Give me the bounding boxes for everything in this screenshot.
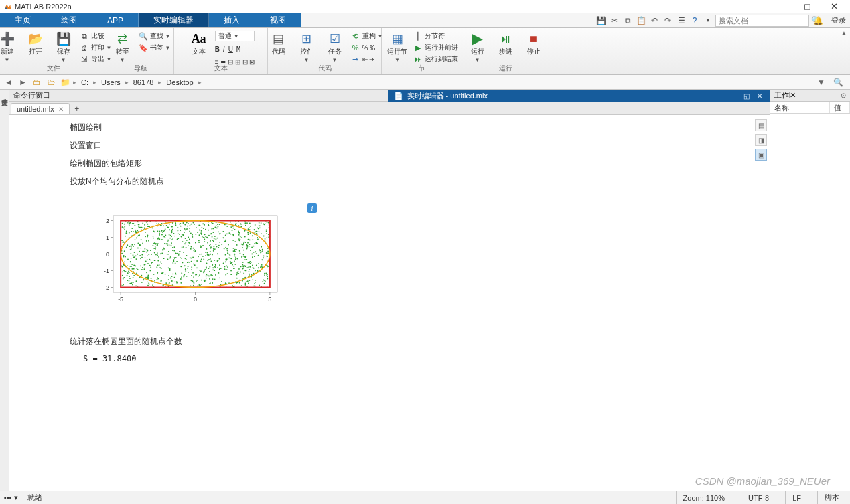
qa-undo-icon[interactable]: ↶: [648, 15, 660, 27]
status-lineending[interactable]: LF: [785, 491, 808, 504]
tab-apps[interactable]: APP: [92, 13, 139, 27]
svg-point-504: [230, 234, 232, 235]
qa-save-icon[interactable]: 💾: [595, 15, 607, 27]
crumb-users[interactable]: Users: [98, 78, 123, 86]
svg-point-538: [239, 282, 240, 284]
svg-point-341: [131, 231, 132, 232]
svg-point-785: [186, 259, 187, 260]
address-dropdown[interactable]: ▼: [815, 76, 827, 88]
open-button[interactable]: 📂打开: [23, 29, 48, 56]
svg-point-867: [226, 260, 227, 261]
tab-insert[interactable]: 插入: [209, 13, 255, 27]
status-encoding[interactable]: UTF-8: [741, 491, 776, 504]
address-search-icon[interactable]: 🔍: [829, 78, 847, 87]
crumb-drive[interactable]: C:: [78, 78, 91, 86]
stop-button[interactable]: ■停止: [522, 29, 546, 56]
bookmark-button[interactable]: 🔖书签 ▼: [139, 42, 171, 53]
goto-button[interactable]: ⇄转至▼: [111, 29, 135, 64]
login-link[interactable]: 登录: [831, 15, 846, 25]
add-tab-button[interactable]: +: [71, 104, 83, 114]
svg-point-694: [210, 254, 211, 255]
editor-restore-icon[interactable]: ◱: [741, 91, 751, 100]
section-break-button[interactable]: ⎮分节符: [413, 31, 458, 41]
tab-home[interactable]: 主页: [0, 13, 46, 27]
svg-point-736: [170, 257, 171, 258]
svg-point-526: [247, 280, 249, 282]
refactor-button[interactable]: ⟲重构 ▼: [351, 31, 383, 41]
qa-paste-icon[interactable]: 📋: [635, 15, 647, 27]
notification-icon[interactable]: 🔔: [813, 16, 823, 25]
svg-point-768: [135, 265, 136, 266]
browse-button[interactable]: 🗁: [45, 76, 57, 88]
file-tab-close-icon[interactable]: ✕: [58, 106, 64, 113]
editor-body[interactable]: ▤ ◨ ▣ 椭圆绘制 设置窗口 绘制椭圆的包络矩形 投放N个均匀分布的随机点 i…: [9, 115, 770, 491]
svg-point-666: [219, 277, 220, 278]
text-button[interactable]: Aa文本: [187, 29, 211, 56]
back-button[interactable]: ◄: [3, 76, 15, 88]
crumb-user[interactable]: 86178: [131, 78, 157, 86]
qa-copy-icon[interactable]: ⧉: [622, 15, 634, 27]
run-advance-button[interactable]: ▶运行并前进: [413, 42, 458, 53]
code-button[interactable]: ▤代码: [267, 29, 291, 56]
svg-point-719: [213, 240, 214, 242]
maximize-button[interactable]: ◻: [794, 0, 821, 13]
control-button[interactable]: ⊞控件▼: [295, 29, 319, 64]
search-docs-input[interactable]: 🔍: [715, 15, 809, 27]
find-button[interactable]: 🔍查找 ▼: [139, 31, 171, 41]
workspace-options-icon[interactable]: ⊙: [841, 92, 846, 99]
run-section-button[interactable]: ▦运行节▼: [385, 29, 409, 64]
save-button[interactable]: 💾保存▼: [52, 29, 76, 64]
crumb-desktop[interactable]: Desktop: [163, 78, 196, 86]
comment-button[interactable]: %% ‰: [351, 42, 383, 53]
minimize-button[interactable]: –: [767, 0, 794, 13]
output-hidden-icon[interactable]: ▣: [755, 149, 767, 161]
run-to-end-button[interactable]: ⏭运行到结束: [413, 54, 458, 64]
close-button[interactable]: ✕: [821, 0, 847, 13]
svg-point-614: [235, 258, 236, 260]
svg-point-330: [214, 236, 216, 237]
svg-point-147: [258, 228, 259, 230]
tab-plots[interactable]: 绘图: [46, 13, 92, 27]
svg-point-157: [240, 236, 241, 238]
status-zoom[interactable]: Zoom: 110%: [676, 491, 731, 504]
workspace-body[interactable]: [770, 114, 850, 491]
qa-switch-icon[interactable]: ☰: [675, 15, 687, 27]
info-icon[interactable]: i: [307, 203, 317, 213]
qa-cut-icon[interactable]: ✂: [608, 15, 620, 27]
svg-point-336: [214, 260, 215, 261]
qa-help-icon[interactable]: ?: [689, 15, 701, 27]
output-inline-icon[interactable]: ▤: [755, 119, 767, 131]
tab-live-editor[interactable]: 实时编辑器: [139, 13, 209, 27]
run-button[interactable]: ▶运行▼: [466, 29, 490, 64]
text-style-dropdown[interactable]: 普通 ▼: [215, 31, 255, 41]
workspace-col-value[interactable]: 值: [830, 102, 850, 113]
svg-point-286: [195, 234, 196, 235]
indent-button[interactable]: ⇥⇤ ⇥: [351, 54, 383, 64]
editor-close-icon[interactable]: ✕: [755, 91, 764, 100]
svg-point-899: [145, 277, 147, 278]
qa-redo-icon[interactable]: ↷: [662, 15, 674, 27]
up-folder-button[interactable]: 🗀: [31, 76, 43, 88]
format-row[interactable]: B I U M: [215, 44, 255, 54]
qa-dropdown-icon[interactable]: ▼: [702, 15, 714, 27]
svg-point-46: [204, 234, 206, 235]
file-tab-untitled[interactable]: untitled.mlx ✕: [11, 103, 70, 114]
task-button[interactable]: ☑任务▼: [323, 29, 347, 64]
output-right-icon[interactable]: ◨: [755, 134, 767, 146]
svg-point-509: [123, 255, 125, 256]
new-button[interactable]: ➕新建▼: [0, 29, 19, 64]
workspace-col-name[interactable]: 名称: [770, 102, 830, 113]
svg-point-964: [175, 223, 176, 224]
svg-point-583: [223, 237, 224, 238]
ribbon-collapse-icon[interactable]: ▲: [841, 29, 847, 37]
tab-view[interactable]: 视图: [255, 13, 301, 27]
forward-button[interactable]: ►: [17, 76, 29, 88]
svg-point-954: [249, 266, 251, 268]
svg-point-662: [217, 224, 218, 225]
step-button[interactable]: ⏯步进: [494, 29, 518, 56]
svg-point-354: [180, 257, 181, 258]
status-script[interactable]: 脚本: [817, 491, 846, 504]
command-window-header[interactable]: 命令行窗口: [9, 90, 388, 102]
svg-point-100: [167, 241, 169, 242]
current-folder-dock[interactable]: 当前文件夹: [0, 90, 9, 491]
